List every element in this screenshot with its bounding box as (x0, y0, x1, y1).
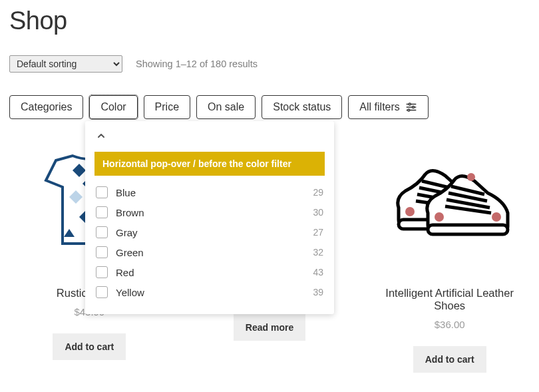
color-label: Green (116, 247, 313, 258)
svg-point-1 (409, 103, 411, 105)
add-to-cart-button[interactable]: Add to cart (413, 346, 486, 373)
filter-categories[interactable]: Categories (9, 95, 83, 119)
filter-buttons: Categories Color Price On sale Stock sta… (9, 95, 530, 119)
svg-point-29 (467, 173, 475, 181)
product-card: Intelligent Artificial Leather Shoes $36… (369, 134, 530, 373)
checkbox[interactable] (96, 246, 108, 258)
product-price: $36.00 (369, 319, 530, 330)
filter-onsale[interactable]: On sale (196, 95, 256, 119)
svg-point-19 (405, 207, 415, 216)
shoes-icon (383, 157, 516, 244)
popover-list: Blue 29 Brown 30 Gray 27 Green 32 Red 43… (94, 182, 325, 302)
checkbox[interactable] (96, 286, 108, 298)
popover-item-brown[interactable]: Brown 30 (94, 202, 325, 222)
svg-point-28 (492, 212, 501, 222)
color-label: Brown (116, 207, 313, 218)
chevron-up-icon[interactable] (96, 130, 106, 141)
page-title: Shop (9, 7, 530, 35)
filter-label: Price (155, 101, 179, 113)
svg-point-5 (408, 109, 410, 111)
product-name: Intelligent Artificial Leather Shoes (369, 287, 530, 312)
checkbox[interactable] (96, 266, 108, 278)
popover-item-yellow[interactable]: Yellow 39 (94, 282, 325, 302)
filter-color[interactable]: Color (89, 95, 137, 119)
popover-item-green[interactable]: Green 32 (94, 242, 325, 262)
filter-label: Color (100, 101, 126, 113)
color-count: 30 (313, 207, 323, 218)
popover-item-red[interactable]: Red 43 (94, 262, 325, 282)
filter-label: On sale (208, 101, 244, 113)
filter-label: Categories (21, 101, 72, 113)
color-label: Red (116, 267, 313, 278)
popover-item-blue[interactable]: Blue 29 (94, 182, 325, 202)
color-count: 39 (313, 287, 323, 297)
color-count: 29 (313, 187, 323, 198)
results-count: Showing 1–12 of 180 results (136, 59, 258, 69)
color-count: 43 (313, 267, 323, 278)
popover-item-gray[interactable]: Gray 27 (94, 222, 325, 242)
read-more-button[interactable]: Read more (234, 314, 305, 341)
filter-stock[interactable]: Stock status (262, 95, 342, 119)
svg-rect-26 (428, 225, 508, 234)
svg-point-3 (412, 106, 414, 108)
product-image[interactable] (369, 134, 530, 267)
filter-label: Stock status (273, 101, 331, 113)
popover-banner: Horizontal pop-over / before the color f… (94, 152, 325, 176)
checkbox[interactable] (96, 206, 108, 218)
color-filter-popover: Horizontal pop-over / before the color f… (85, 121, 334, 314)
filter-label: All filters (359, 101, 399, 113)
toolbar: Default sorting Showing 1–12 of 180 resu… (9, 55, 530, 73)
filter-all[interactable]: All filters (348, 95, 428, 119)
add-to-cart-button[interactable]: Add to cart (53, 333, 126, 360)
checkbox[interactable] (96, 186, 108, 198)
svg-point-27 (435, 212, 444, 222)
color-label: Blue (116, 187, 313, 198)
sliders-icon (405, 101, 417, 113)
filter-price[interactable]: Price (144, 95, 190, 119)
color-label: Yellow (116, 287, 313, 298)
color-count: 27 (313, 227, 323, 238)
checkbox[interactable] (96, 226, 108, 238)
color-label: Gray (116, 227, 313, 238)
color-count: 32 (313, 247, 323, 258)
sort-select[interactable]: Default sorting (9, 55, 122, 73)
